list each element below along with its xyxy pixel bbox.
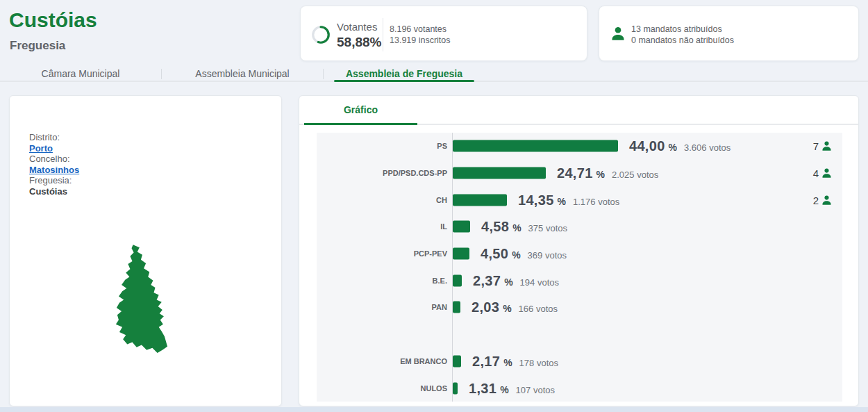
result-bar[interactable] <box>453 248 469 260</box>
person-icon <box>610 25 626 42</box>
party-label: PAN <box>432 303 447 311</box>
percent-value: 2,03 <box>471 299 499 315</box>
result-bar[interactable] <box>453 221 470 233</box>
percent-value: 2,37 <box>473 272 501 288</box>
percent-value: 44,00 <box>629 138 665 154</box>
result-figures: 4,50%369 votos <box>481 246 567 262</box>
result-figures: 2,17%178 votos <box>472 353 558 369</box>
result-figures: 44,00%3.606 votos <box>629 138 731 154</box>
percent-sign: % <box>512 249 520 261</box>
page-title: Custóias <box>9 8 97 32</box>
result-figures: 4,58%375 votos <box>481 219 567 235</box>
percent-sign: % <box>558 195 566 206</box>
chart-rows: PS44,00%3.606 votos7PPD/PSD.CDS-PP24,71%… <box>317 133 842 402</box>
council-label: Concelho: <box>29 154 79 165</box>
party-label: PS <box>437 142 447 150</box>
percent-value: 24,71 <box>557 165 593 181</box>
result-bar[interactable] <box>453 140 618 152</box>
tab-assembleia-de-freguesia[interactable]: Assembleia de Freguesia <box>324 67 485 81</box>
percent-value: 14,35 <box>518 192 554 208</box>
mandates-attributed: 13 mandatos atribuídos <box>631 24 722 34</box>
turnout-label: Votantes <box>337 21 377 33</box>
chart-row-ch: CH14,35%1.176 votos2 <box>317 186 842 213</box>
turnout-divider <box>383 18 383 51</box>
percent-sign: % <box>500 384 508 395</box>
result-bar[interactable] <box>453 355 461 367</box>
result-figures: 14,35%1.176 votos <box>518 192 619 208</box>
turnout-donut-icon <box>310 24 331 45</box>
chart-row-b-e-: B.E.2,37%194 votos <box>317 267 842 294</box>
footer-strip <box>0 407 868 412</box>
mandates-not-attributed: 0 mandatos não atribuídos <box>631 35 734 45</box>
turnout-card: Votantes 58,88% 8.196 votantes 13.919 in… <box>300 6 587 61</box>
percent-sign: % <box>669 142 677 153</box>
votes-count: 2.025 votos <box>612 170 658 180</box>
parish-label: Freguesia: <box>29 175 79 186</box>
main-tabs: Câmara Municipal Assembleia Municipal As… <box>0 67 868 82</box>
district-label: Distrito: <box>29 132 79 143</box>
percent-value: 2,17 <box>472 353 500 369</box>
percent-value: 1,31 <box>469 380 496 396</box>
chart-row-em-branco: EM BRANCO2,17%178 votos <box>317 348 842 375</box>
party-label: B.E. <box>433 277 447 285</box>
result-figures: 1,31%107 votos <box>469 380 555 396</box>
person-icon <box>821 194 833 206</box>
percent-sign: % <box>503 303 511 314</box>
percent-value: 4,58 <box>481 219 509 235</box>
council-link[interactable]: Matosinhos <box>29 165 79 176</box>
mandates-number: 4 <box>813 167 819 179</box>
parish-current: Custóias <box>29 186 79 197</box>
mandates-count: 7 <box>813 140 833 152</box>
result-bar[interactable] <box>453 302 460 313</box>
votes-count: 375 votos <box>528 223 567 233</box>
mandates-card: 13 mandatos atribuídos 0 mandatos não at… <box>599 6 859 61</box>
results-bar-chart: PS44,00%3.606 votos7PPD/PSD.CDS-PP24,71%… <box>317 133 842 402</box>
mandates-number: 7 <box>813 140 819 152</box>
party-label: CH <box>436 196 447 204</box>
tab-grafico[interactable]: Gráfico <box>304 96 417 125</box>
tab-camara-municipal[interactable]: Câmara Municipal <box>0 67 161 81</box>
votes-count: 194 votos <box>520 277 559 287</box>
votes-count: 178 votos <box>519 357 558 368</box>
mandates-number: 2 <box>813 194 819 206</box>
chart-panel: Gráfico PS44,00%3.606 votos7PPD/PSD.CDS-… <box>299 95 859 406</box>
chart-row-ppd-psd-cds-pp: PPD/PSD.CDS-PP24,71%2.025 votos4 <box>317 160 842 187</box>
chart-row-pcp-pev: PCP-PEV4,50%369 votos <box>317 240 842 267</box>
result-figures: 2,03%166 votos <box>471 299 558 315</box>
chart-row-il: IL4,58%375 votos <box>317 213 842 240</box>
percent-sign: % <box>512 222 521 233</box>
turnout-voters: 8.196 votantes <box>390 24 446 34</box>
result-bar[interactable] <box>453 194 507 206</box>
result-bar[interactable] <box>453 382 458 394</box>
votes-count: 369 votos <box>528 250 567 261</box>
party-label: NULOS <box>421 384 448 393</box>
parish-map <box>101 240 185 355</box>
chart-row-ps: PS44,00%3.606 votos7 <box>317 133 842 160</box>
percent-sign: % <box>504 276 512 287</box>
party-label: IL <box>440 222 447 231</box>
chart-group-spacer <box>317 321 842 348</box>
mandates-count: 4 <box>813 167 833 179</box>
mandates-count: 2 <box>813 194 833 206</box>
percent-sign: % <box>596 169 605 180</box>
party-label: PPD/PSD.CDS-PP <box>383 169 447 177</box>
votes-count: 1.176 votos <box>573 196 619 206</box>
votes-count: 166 votos <box>519 304 558 314</box>
tab-assembleia-municipal[interactable]: Assembleia Municipal <box>162 67 323 81</box>
page-subtitle: Freguesia <box>10 39 65 53</box>
chart-row-nulos: NULOS1,31%107 votos <box>317 374 842 402</box>
percent-sign: % <box>503 356 512 368</box>
result-bar[interactable] <box>453 274 462 286</box>
votes-count: 3.606 votos <box>684 142 731 153</box>
turnout-percent: 58,88% <box>337 35 381 50</box>
person-icon <box>821 140 833 152</box>
party-label: EM BRANCO <box>400 357 447 365</box>
votes-count: 107 votos <box>516 384 555 395</box>
chart-tabbar: Gráfico <box>299 96 858 125</box>
turnout-registered: 13.919 inscritos <box>390 35 451 45</box>
location-block: Distrito: Porto Concelho: Matosinhos Fre… <box>29 132 79 197</box>
result-bar[interactable] <box>453 167 546 179</box>
district-link[interactable]: Porto <box>29 143 79 154</box>
party-label: PCP-PEV <box>414 249 447 258</box>
location-panel: Distrito: Porto Concelho: Matosinhos Fre… <box>9 95 282 406</box>
